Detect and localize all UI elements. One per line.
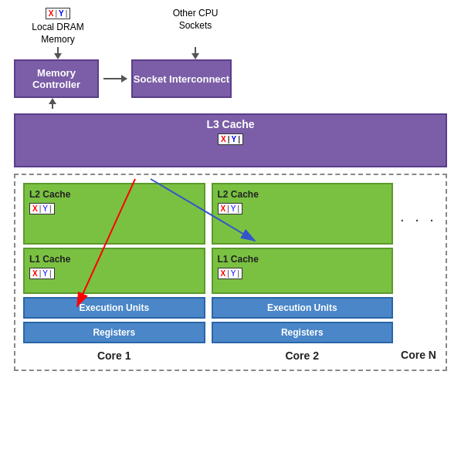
more-cores: . . . Core N <box>399 183 438 362</box>
core1-l2-cache-line: X | Y | <box>29 203 55 214</box>
dram-label: Local DRAMMemory <box>15 22 100 46</box>
core1-l1-cache-line: X | Y | <box>29 268 55 279</box>
core-2: L2 Cache X | Y | L1 Cache X | Y | E <box>212 183 394 362</box>
mc-to-l3-arrow <box>49 98 56 104</box>
core1-l2-cache: L2 Cache X | Y | <box>23 183 205 245</box>
core2-l2-cache: L2 Cache X | Y | <box>212 183 394 245</box>
core2-label: Core 2 <box>212 349 394 362</box>
core2-registers: Registers <box>212 322 394 343</box>
core-1: L2 Cache X | Y | L1 Cache X | Y | E <box>23 183 205 362</box>
mc-to-si-arrow <box>103 78 127 79</box>
core2-l1-cache: L1 Cache X | Y | <box>212 248 394 294</box>
l3-cache: L3 Cache X | Y | <box>14 113 447 167</box>
core-n-label: Core N <box>401 349 436 361</box>
dram-cache-line: X | Y | <box>46 8 71 19</box>
socket-interconnect: Socket Interconnect <box>131 59 232 98</box>
memory-controller: Memory Controller <box>14 59 99 98</box>
core2-l2-cache-line: X | Y | <box>218 203 243 214</box>
cores-container: L2 Cache X | Y | L1 Cache X | Y | E <box>14 174 447 371</box>
core2-l1-cache-line: X | Y | <box>218 268 243 279</box>
core2-exec-units: Execution Units <box>212 297 394 319</box>
core1-l1-cache: L1 Cache X | Y | <box>23 248 205 294</box>
core1-label: Core 1 <box>23 349 205 362</box>
core1-registers: Registers <box>23 322 205 343</box>
core1-exec-units: Execution Units <box>23 297 205 319</box>
cpu-sockets-label: Other CPUSockets <box>145 8 246 32</box>
dots: . . . <box>400 208 437 225</box>
cpu-diagram: X | Y | Local DRAMMemory Other CPUSocket… <box>0 0 461 476</box>
l3-cache-line: X | Y | <box>218 133 243 145</box>
